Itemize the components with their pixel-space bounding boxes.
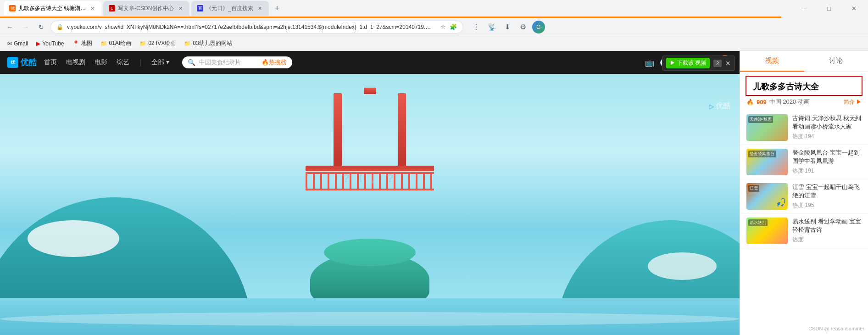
bridge-left-pylon bbox=[334, 93, 342, 167]
bookmark-kindergarten[interactable]: 📁 03幼儿园的网站 bbox=[180, 38, 235, 49]
heat-label-3: 热度 bbox=[792, 202, 805, 208]
cast-icon[interactable]: 📡 bbox=[485, 21, 498, 34]
watermark-arrow: ▷ bbox=[709, 103, 714, 110]
bookmark-maps-label: 地图 bbox=[81, 39, 92, 47]
tab-favicon-baidu: 百 bbox=[197, 5, 203, 11]
window-controls: — □ ✕ bbox=[794, 0, 864, 17]
youku-header: 优 优酷 首页 电视剧 电影 综艺 ｜ 全部 ▾ 🔍 中国美食纪录片 🔥热搜榜 … bbox=[0, 51, 740, 74]
address-icons: ☆ 🧩 bbox=[439, 23, 457, 31]
list-item[interactable]: 登金陵凤凰台 登金陵凤凰台 宝宝一起到国学中看凤凰游 热度 191 bbox=[740, 145, 868, 179]
series-info: 中国·2020·动画 bbox=[769, 98, 810, 106]
close-button[interactable]: ✕ bbox=[843, 0, 864, 17]
address-bar[interactable]: 🔒 v.youku.com/v_show/id_XNTkyNjM0NDk2NA=… bbox=[50, 21, 463, 34]
bookmark-ivx-draw[interactable]: 📁 02 IVX绘画 bbox=[136, 38, 179, 49]
bookmark-star-icon[interactable]: ☆ bbox=[439, 23, 447, 31]
tab-title-youku: 儿歌多多古诗大全 钱塘湖… bbox=[18, 5, 86, 12]
heat-label-2: 热度 bbox=[792, 168, 805, 174]
list-item[interactable]: 易水送别 易水送别 看过学动画 宝宝轻松背古诗 热度 bbox=[740, 214, 868, 248]
youtube-icon: ▶ bbox=[36, 40, 40, 47]
series-meta: 🔥 909 中国·2020·动画 简介 ▶ bbox=[740, 98, 868, 109]
new-tab-button[interactable]: + bbox=[271, 2, 284, 15]
folder-icon-2: 📁 bbox=[139, 40, 146, 47]
bookmark-maps[interactable]: 📍 地图 bbox=[69, 38, 96, 49]
browser-chrome: 优 儿歌多多古诗大全 钱塘湖… ✕ C 写文章-CSDN创作中心 ✕ 百 《元日… bbox=[0, 0, 868, 51]
thumb-placeholder-2: 登金陵凤凰台 bbox=[746, 149, 788, 175]
heat-num-3: 195 bbox=[805, 202, 814, 208]
settings-icon[interactable]: ⚙ bbox=[517, 21, 529, 34]
tab-baidu[interactable]: 百 《元日》_百度搜索 ✕ bbox=[191, 1, 269, 16]
bookmark-ai-draw[interactable]: 📁 01AI绘画 bbox=[97, 38, 135, 49]
bookmarks-bar: ✉ Gmail ▶ YouTube 📍 地图 📁 01AI绘画 📁 02 IVX… bbox=[0, 36, 868, 51]
right-panel: 视频 讨论 儿歌多多古诗大全 🔥 909 中国·2020·动画 简介 ▶ 天净沙… bbox=[740, 51, 868, 335]
tv-icon[interactable]: 📺 bbox=[645, 58, 654, 67]
list-item[interactable]: 天净沙·秋思 古诗词 天净沙秋思 秋天到 看动画读小桥流水人家 热度 194 bbox=[740, 111, 868, 145]
tab-youku[interactable]: 优 儿歌多多古诗大全 钱塘湖… ✕ bbox=[4, 1, 101, 16]
heat-num-1: 194 bbox=[805, 133, 814, 140]
youku-watermark: ▷ 优酷 bbox=[709, 101, 730, 111]
video-info-3: 江雪 宝宝一起唱千山鸟飞绝的江雪 热度 195 bbox=[792, 183, 862, 209]
video-area: 优 优酷 首页 电视剧 电影 综艺 ｜ 全部 ▾ 🔍 中国美食纪录片 🔥热搜榜 … bbox=[0, 51, 740, 335]
search-box[interactable]: 🔍 中国美食纪录片 🔥热搜榜 bbox=[182, 56, 292, 68]
nav-home[interactable]: 首页 bbox=[44, 56, 57, 68]
hot-search-button[interactable]: 🔥热搜榜 bbox=[262, 58, 287, 67]
bookmark-gmail[interactable]: ✉ Gmail bbox=[4, 39, 32, 49]
download-close-button[interactable]: ✕ bbox=[725, 60, 731, 67]
list-item[interactable]: 江雪 🎣 江雪 宝宝一起唱千山鸟飞绝的江雪 热度 195 bbox=[740, 179, 868, 214]
page-content: 优 优酷 首页 电视剧 电影 综艺 ｜ 全部 ▾ 🔍 中国美食纪录片 🔥热搜榜 … bbox=[0, 51, 868, 335]
thumb-text-1: 天净沙·秋思 bbox=[748, 116, 773, 123]
bookmark-ai-label: 01AI绘画 bbox=[109, 39, 132, 47]
gmail-icon: ✉ bbox=[7, 40, 12, 47]
video-info-2: 登金陵凤凰台 宝宝一起到国学中看凤凰游 热度 191 bbox=[792, 149, 862, 175]
tab-video[interactable]: 视频 bbox=[740, 51, 804, 72]
island-top bbox=[324, 239, 416, 266]
extension-icon[interactable]: 🧩 bbox=[449, 23, 457, 31]
youku-logo-text: 优酷 bbox=[20, 57, 37, 68]
video-title-4: 易水送别 看过学动画 宝宝轻松背古诗 bbox=[792, 218, 862, 234]
extensions-button[interactable]: ⋮ bbox=[470, 21, 483, 34]
back-button[interactable]: ← bbox=[4, 21, 17, 34]
all-categories-button[interactable]: 全部 ▾ bbox=[151, 58, 169, 67]
bookmark-gmail-label: Gmail bbox=[14, 40, 28, 47]
search-placeholder-text: 中国美食纪录片 bbox=[199, 58, 258, 67]
bridge-right-pylon bbox=[398, 93, 406, 167]
csdn-watermark: CSDN @ reasonsummer bbox=[808, 326, 864, 331]
tab-close-baidu[interactable]: ✕ bbox=[256, 5, 263, 12]
video-list: 天净沙·秋思 古诗词 天净沙秋思 秋天到 看动画读小桥流水人家 热度 194 登… bbox=[740, 109, 868, 335]
video-title-1: 古诗词 天净沙秋思 秋天到 看动画读小桥流水人家 bbox=[792, 114, 862, 131]
bridge-rail-bottom bbox=[306, 189, 434, 190]
maps-icon: 📍 bbox=[72, 40, 79, 47]
tab-close-youku[interactable]: ✕ bbox=[89, 5, 96, 12]
user-avatar[interactable]: G bbox=[532, 21, 545, 34]
maximize-button[interactable]: □ bbox=[818, 0, 840, 17]
title-bar: 优 儿歌多多古诗大全 钱塘湖… ✕ C 写文章-CSDN创作中心 ✕ 百 《元日… bbox=[0, 0, 868, 17]
youku-logo[interactable]: 优 优酷 bbox=[7, 57, 37, 68]
downloads-icon[interactable]: ⬇ bbox=[501, 21, 514, 34]
video-heat-2: 热度 191 bbox=[792, 167, 862, 175]
bookmark-kindergarten-label: 03幼儿园的网站 bbox=[193, 39, 232, 47]
question-overlay: ？！。？ bbox=[340, 171, 399, 186]
download-button[interactable]: ▶ 下载该 视频 bbox=[666, 58, 710, 68]
nav-divider: ｜ bbox=[137, 58, 144, 67]
reload-button[interactable]: ↻ bbox=[35, 21, 48, 34]
youku-logo-icon: 优 bbox=[7, 57, 18, 68]
bridge-deck bbox=[306, 166, 434, 171]
bookmark-youtube-label: YouTube bbox=[42, 40, 64, 47]
nav-tv[interactable]: 电视剧 bbox=[66, 56, 85, 68]
video-thumb-1: 天净沙·秋思 bbox=[746, 114, 788, 141]
forward-button[interactable]: → bbox=[19, 21, 32, 34]
nav-movie[interactable]: 电影 bbox=[95, 56, 107, 68]
minimize-button[interactable]: — bbox=[794, 0, 815, 17]
tab-close-csdn[interactable]: ✕ bbox=[177, 5, 184, 12]
download-count: 2 bbox=[713, 60, 722, 67]
video-info-1: 古诗词 天净沙秋思 秋天到 看动画读小桥流水人家 热度 194 bbox=[792, 114, 862, 140]
bridge-pylons bbox=[306, 93, 434, 167]
thumb-placeholder-1: 天净沙·秋思 bbox=[746, 114, 788, 141]
mountain-snow-left bbox=[28, 220, 119, 257]
bookmark-youtube[interactable]: ▶ YouTube bbox=[33, 39, 67, 49]
heat-label-4: 热度 bbox=[792, 236, 803, 243]
nav-variety[interactable]: 综艺 bbox=[117, 56, 129, 68]
brief-button[interactable]: 简介 ▶ bbox=[844, 98, 862, 106]
tab-discuss[interactable]: 讨论 bbox=[804, 51, 868, 72]
series-title: 儿歌多多古诗大全 bbox=[746, 76, 862, 96]
tab-csdn[interactable]: C 写文章-CSDN创作中心 ✕ bbox=[103, 1, 189, 16]
